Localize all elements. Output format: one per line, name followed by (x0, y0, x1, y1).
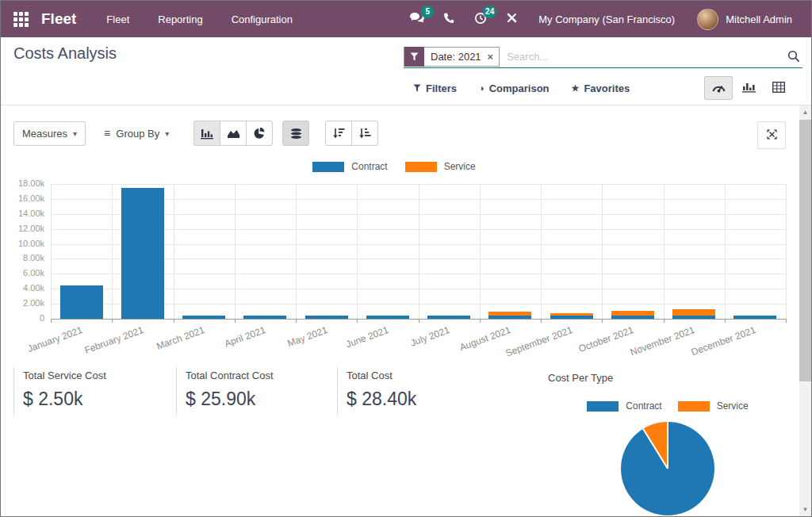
bar-segment-contract[interactable] (305, 316, 348, 319)
activities-badge: 24 (483, 6, 496, 18)
menu-configuration[interactable]: Configuration (232, 2, 293, 36)
pie-chart[interactable] (621, 422, 714, 515)
x-axis-tick (112, 319, 113, 323)
phone-icon (443, 12, 455, 26)
x-axis-tick (664, 319, 665, 323)
gridline-vertical (602, 184, 603, 319)
facet-label: Date: 2021 (424, 51, 488, 63)
bar-segment-contract[interactable] (611, 316, 654, 319)
control-panel: Costs Analysis Date: 2021 × Filte (1, 37, 811, 105)
dashboard-gauge-icon (711, 81, 726, 95)
gridline-vertical (541, 184, 542, 319)
messages-badge: 5 (421, 6, 434, 18)
bar-segment-service[interactable] (550, 313, 593, 316)
search-facet[interactable]: Date: 2021 × (404, 47, 500, 67)
systray: 5 24 My Company (San Francisco) (403, 4, 800, 35)
bar-segment-contract[interactable] (427, 316, 470, 319)
y-axis-label: 4.00k (1, 283, 44, 293)
bar-segment-service[interactable] (611, 311, 654, 316)
bar-segment-contract[interactable] (243, 316, 286, 319)
menu-fleet[interactable]: Fleet (106, 2, 129, 36)
tools-icon (506, 12, 518, 26)
pie-slice-separator (667, 422, 668, 469)
contract-swatch (587, 401, 619, 412)
debug-tools-button[interactable] (500, 8, 524, 30)
scroll-down-icon[interactable]: ▼ (799, 504, 811, 515)
y-axis-label: 0 (1, 313, 44, 323)
scrollbar-thumb[interactable] (799, 120, 811, 381)
kpi-total-contract-cost: Total Contract Cost $ 25.90k (176, 367, 330, 415)
view-switcher (704, 76, 802, 100)
gridline-vertical (725, 184, 726, 319)
pie-slice-separator (642, 428, 668, 469)
kpi-label: Total Service Cost (23, 370, 169, 381)
view-graph-button[interactable] (734, 76, 763, 100)
company-switcher[interactable]: My Company (San Francisco) (530, 9, 683, 30)
bar-segment-contract[interactable] (488, 316, 531, 319)
avatar (697, 9, 718, 30)
x-axis-tick (235, 319, 236, 323)
bar-segment-contract[interactable] (121, 188, 164, 319)
legend-item-service[interactable]: Service (678, 400, 749, 412)
filters-button[interactable]: Filters (413, 79, 457, 98)
y-axis-label: 2.00k (1, 298, 44, 308)
legend-item-contract[interactable]: Contract (587, 400, 661, 412)
bar-segment-service[interactable] (672, 309, 715, 316)
gridline-vertical (786, 184, 787, 319)
kpi-total-service-cost: Total Service Cost $ 2.50k (13, 367, 169, 415)
gridline-vertical (664, 184, 665, 319)
vertical-scrollbar[interactable]: ▲ ▼ (799, 105, 811, 516)
menu-reporting[interactable]: Reporting (158, 2, 202, 36)
pie-chart-legend: Contract Service (549, 400, 787, 412)
gridline-vertical (112, 184, 113, 319)
x-axis-tick (725, 319, 726, 323)
kpi-label: Total Cost (347, 370, 527, 381)
facet-remove-icon[interactable]: × (488, 51, 500, 63)
y-axis-label: 10.00k (1, 239, 44, 248)
pivot-table-icon (772, 82, 785, 95)
bar-segment-contract[interactable] (366, 316, 409, 319)
bar-segment-contract[interactable] (182, 316, 225, 319)
app-brand[interactable]: Fleet (41, 10, 76, 28)
y-axis-label: 8.00k (1, 253, 44, 262)
user-name: Mitchell Admin (726, 13, 792, 25)
phone-button[interactable] (437, 8, 462, 30)
y-axis-label: 16.00k (1, 193, 44, 203)
x-axis-tick (419, 319, 419, 323)
bar-segment-service[interactable] (488, 312, 531, 316)
filter-menus: Filters ◑ Comparison ★ Favorites (404, 79, 630, 98)
apps-menu-icon[interactable] (13, 12, 29, 27)
y-axis-label: 14.00k (1, 209, 44, 218)
gridline-vertical (235, 184, 236, 319)
bar-segment-contract[interactable] (550, 316, 593, 319)
main-menu: Fleet Reporting Configuration (106, 2, 293, 36)
dashboard-content: Measures ▾ ≡ Group By ▾ (1, 105, 811, 516)
app-window: Fleet Fleet Reporting Configuration 5 (0, 0, 812, 517)
search-icon[interactable] (785, 50, 802, 63)
bar-segment-contract[interactable] (60, 285, 103, 319)
bar-segment-contract[interactable] (672, 316, 715, 319)
scroll-up-icon[interactable]: ▲ (799, 106, 811, 118)
gridline-vertical (419, 184, 419, 319)
bar-segment-contract[interactable] (733, 316, 776, 319)
view-pivot-button[interactable] (764, 76, 793, 100)
legend-label: Service (717, 400, 749, 412)
favorites-button[interactable]: ★ Favorites (572, 79, 630, 98)
y-axis-label: 12.00k (1, 224, 44, 233)
bar-chart: 02.00k4.00k6.00k8.00k10.00k12.00k14.00k1… (1, 105, 787, 371)
star-icon: ★ (572, 83, 580, 94)
service-swatch (678, 401, 710, 412)
user-menu[interactable]: Mitchell Admin (689, 4, 800, 35)
activities-button[interactable]: 24 (468, 8, 493, 31)
search-options-row: Filters ◑ Comparison ★ Favorites (404, 75, 802, 101)
search-input[interactable] (505, 50, 779, 63)
filter-facet-icon (404, 47, 424, 67)
messages-button[interactable]: 5 (403, 8, 431, 31)
x-axis-tick (174, 319, 174, 323)
comparison-button[interactable]: ◑ Comparison (479, 79, 550, 98)
view-dashboard-button[interactable] (704, 76, 733, 100)
favorites-label: Favorites (584, 82, 630, 94)
x-axis-tick (480, 319, 481, 323)
y-axis-label: 18.00k (1, 178, 44, 188)
cost-per-type-title: Cost Per Type (548, 372, 613, 384)
